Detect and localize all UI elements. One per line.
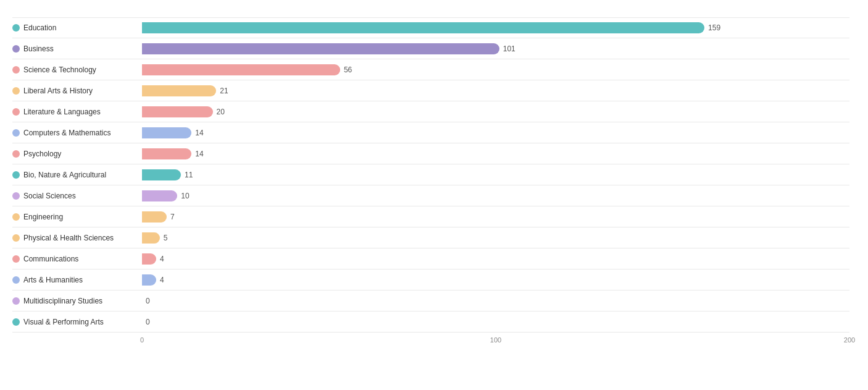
bar-value: 101	[503, 45, 515, 53]
bar-value: 21	[220, 87, 228, 95]
label-dot	[12, 129, 20, 137]
bar-row: Communications4	[12, 248, 849, 269]
bar-value: 20	[217, 108, 225, 116]
bar-row: Social Sciences10	[12, 185, 849, 206]
label-dot	[12, 318, 20, 326]
bar-row: Engineering7	[12, 206, 849, 227]
bar-value: 56	[344, 66, 352, 74]
bar-track: 10	[142, 190, 849, 201]
bar-label: Computers & Mathematics	[12, 129, 142, 137]
label-dot	[12, 24, 20, 32]
label-text: Social Sciences	[23, 192, 76, 200]
x-axis-tick: 200	[844, 336, 855, 344]
label-text: Arts & Humanities	[23, 276, 83, 284]
bar-value: 14	[195, 150, 203, 158]
bar-fill	[142, 169, 181, 180]
label-text: Liberal Arts & History	[23, 87, 93, 95]
bar-fill	[142, 43, 499, 54]
bar-track: 21	[142, 85, 849, 96]
label-dot	[12, 234, 20, 242]
bar-row: Multidisciplinary Studies0	[12, 290, 849, 312]
label-text: Engineering	[23, 213, 63, 221]
chart-area: Education159Business101Science & Technol…	[12, 17, 849, 333]
label-text: Communications	[23, 255, 78, 263]
bar-label: Multidisciplinary Studies	[12, 297, 142, 305]
bar-value: 4	[160, 255, 164, 263]
bar-label: Engineering	[12, 213, 142, 221]
bar-label: Business	[12, 45, 142, 53]
label-text: Education	[23, 23, 56, 32]
chart-container: Education159Business101Science & Technol…	[0, 0, 868, 390]
label-dot	[12, 66, 20, 74]
bar-label: Social Sciences	[12, 192, 142, 200]
bar-label: Science & Technology	[12, 66, 142, 74]
label-dot	[12, 108, 20, 116]
label-dot	[12, 276, 20, 284]
bar-label: Communications	[12, 255, 142, 263]
bar-row: Arts & Humanities4	[12, 269, 849, 290]
bar-track: 4	[142, 253, 849, 265]
bar-value: 0	[146, 297, 150, 305]
bar-value: 11	[185, 171, 193, 179]
x-axis: 0100200	[142, 336, 849, 349]
bar-value: 7	[170, 213, 175, 221]
bar-track: 101	[142, 43, 849, 54]
bar-track: 14	[142, 127, 849, 138]
label-dot	[12, 213, 20, 221]
bar-track: 0	[142, 316, 849, 328]
label-dot	[12, 150, 20, 158]
bar-track: 7	[142, 211, 849, 223]
label-dot	[12, 87, 20, 95]
bar-label: Psychology	[12, 150, 142, 158]
bar-row: Business101	[12, 38, 849, 59]
bar-value: 4	[160, 276, 164, 284]
bar-fill	[142, 190, 177, 201]
bar-label: Arts & Humanities	[12, 276, 142, 284]
label-text: Visual & Performing Arts	[23, 318, 104, 326]
bar-fill	[142, 106, 213, 117]
label-text: Literature & Languages	[23, 108, 101, 116]
bar-row: Science & Technology56	[12, 59, 849, 80]
bar-track: 56	[142, 64, 849, 75]
bar-fill	[142, 274, 156, 286]
bar-fill	[142, 232, 160, 244]
label-dot	[12, 192, 20, 200]
bar-value: 14	[195, 129, 203, 137]
bar-row: Liberal Arts & History21	[12, 80, 849, 101]
bar-value: 159	[708, 23, 720, 32]
label-dot	[12, 297, 20, 305]
bar-label: Education	[12, 23, 142, 32]
bar-track: 5	[142, 232, 849, 244]
label-text: Psychology	[23, 150, 61, 158]
bar-fill	[142, 148, 191, 159]
bar-track: 20	[142, 106, 849, 117]
bar-label: Visual & Performing Arts	[12, 318, 142, 326]
label-dot	[12, 45, 20, 53]
bar-fill	[142, 22, 704, 33]
bar-row: Computers & Mathematics14	[12, 122, 849, 143]
bar-row: Visual & Performing Arts0	[12, 312, 849, 333]
label-text: Multidisciplinary Studies	[23, 297, 102, 305]
label-dot	[12, 171, 20, 179]
label-text: Science & Technology	[23, 66, 96, 74]
bar-value: 10	[181, 192, 189, 200]
bar-fill	[142, 253, 156, 265]
bar-label: Liberal Arts & History	[12, 87, 142, 95]
x-axis-tick: 0	[140, 336, 144, 344]
bar-track: 0	[142, 295, 849, 307]
bar-label: Literature & Languages	[12, 108, 142, 116]
bar-value: 0	[146, 318, 150, 326]
label-dot	[12, 255, 20, 263]
bar-row: Bio, Nature & Agricultural11	[12, 164, 849, 185]
bar-track: 4	[142, 274, 849, 286]
bar-track: 14	[142, 148, 849, 159]
bar-fill	[142, 127, 191, 138]
bar-fill	[142, 64, 340, 75]
bar-row: Psychology14	[12, 143, 849, 164]
bar-row: Education159	[12, 17, 849, 38]
x-axis-tick: 100	[490, 336, 501, 344]
label-text: Physical & Health Sciences	[23, 234, 114, 242]
bar-fill	[142, 211, 167, 223]
bar-track: 11	[142, 169, 849, 180]
bar-row: Physical & Health Sciences5	[12, 227, 849, 248]
